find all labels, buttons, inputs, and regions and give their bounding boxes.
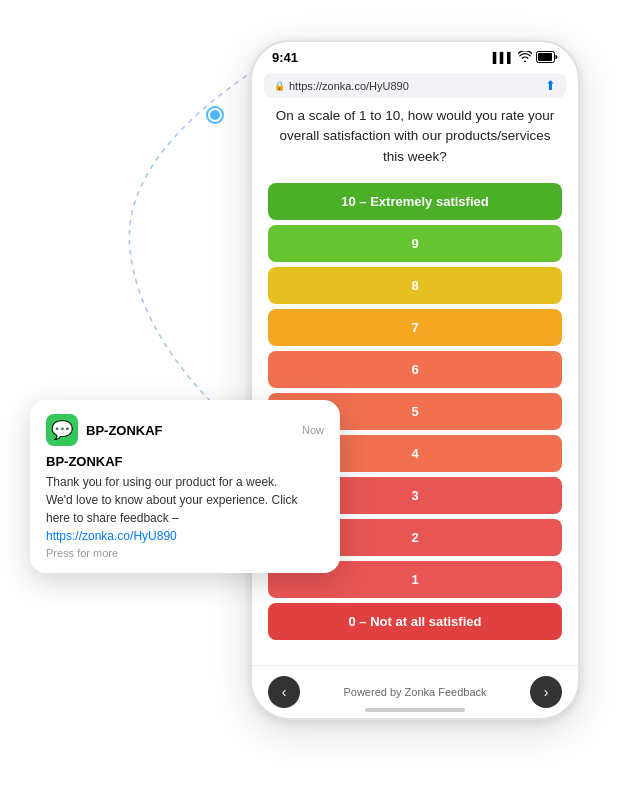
notification-header: 💬 BP-ZONKAF Now bbox=[46, 414, 324, 446]
status-bar: 9:41 ▌▌▌ bbox=[252, 42, 578, 69]
share-icon: ⬆ bbox=[545, 78, 556, 93]
notification-body: Thank you for using our product for a we… bbox=[46, 473, 324, 545]
rating-btn-10[interactable]: 10 – Extremely satisfied bbox=[268, 183, 562, 220]
question-text: On a scale of 1 to 10, how would you rat… bbox=[268, 106, 562, 167]
notification-time: Now bbox=[302, 424, 324, 436]
press-more-text: Press for more bbox=[46, 547, 324, 559]
prev-icon: ‹ bbox=[282, 684, 287, 700]
status-time: 9:41 bbox=[272, 50, 298, 65]
app-name: BP-ZONKAF bbox=[86, 423, 294, 438]
battery-icon bbox=[536, 51, 558, 65]
notification-link[interactable]: https://zonka.co/HyU890 bbox=[46, 529, 177, 543]
svg-rect-1 bbox=[538, 53, 552, 61]
signal-icon: ▌▌▌ bbox=[493, 52, 514, 63]
rating-btn-8[interactable]: 8 bbox=[268, 267, 562, 304]
home-indicator bbox=[365, 708, 465, 712]
next-icon: › bbox=[544, 684, 549, 700]
app-icon: 💬 bbox=[46, 414, 78, 446]
notification-body-line2: We'd love to know about your experience.… bbox=[46, 493, 298, 525]
notification-body-line1: Thank you for using our product for a we… bbox=[46, 475, 277, 489]
url-text: https://zonka.co/HyU890 bbox=[289, 80, 541, 92]
prev-button[interactable]: ‹ bbox=[268, 676, 300, 708]
rating-btn-0[interactable]: 0 – Not at all satisfied bbox=[268, 603, 562, 640]
lock-icon: 🔒 bbox=[274, 81, 285, 91]
wifi-icon bbox=[518, 51, 532, 64]
next-button[interactable]: › bbox=[530, 676, 562, 708]
status-icons: ▌▌▌ bbox=[493, 51, 558, 65]
phone-mockup: 9:41 ▌▌▌ bbox=[250, 40, 590, 740]
rating-btn-9[interactable]: 9 bbox=[268, 225, 562, 262]
rating-btn-6[interactable]: 6 bbox=[268, 351, 562, 388]
notification-title: BP-ZONKAF bbox=[46, 454, 324, 469]
message-icon: 💬 bbox=[51, 419, 73, 441]
notification-card[interactable]: 💬 BP-ZONKAF Now BP-ZONKAF Thank you for … bbox=[30, 400, 340, 573]
url-bar[interactable]: 🔒 https://zonka.co/HyU890 ⬆ bbox=[264, 73, 566, 98]
powered-by-text: Powered by Zonka Feedback bbox=[343, 686, 486, 698]
phone-frame: 9:41 ▌▌▌ bbox=[250, 40, 580, 720]
rating-btn-7[interactable]: 7 bbox=[268, 309, 562, 346]
blue-dot-top bbox=[208, 108, 222, 122]
